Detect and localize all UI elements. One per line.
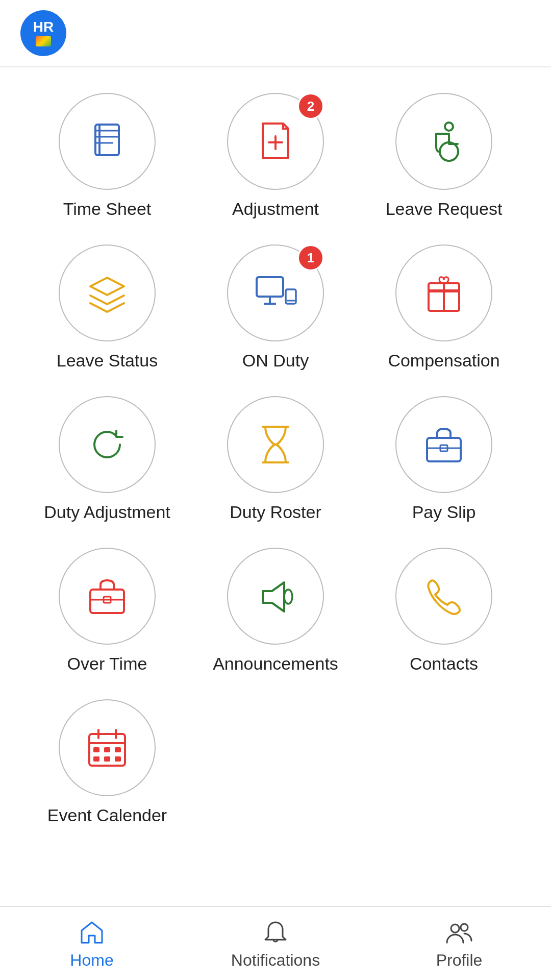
circle-wrap-contacts [395,548,492,645]
grid-item-adjustment[interactable]: 2Adjustment [199,93,352,219]
grid-item-leave-request[interactable]: Leave Request [367,93,520,219]
icon-circle-leave-request [395,93,492,190]
grid-item-duty-roster[interactable]: Duty Roster [199,396,352,522]
logo-text: HR [33,20,54,34]
main-grid: Time Sheet 2Adjustment Leave Request Lea… [0,67,551,906]
icon-circle-over-time [59,548,156,645]
icon-circle-duty-roster [227,396,324,493]
nav-profile[interactable]: Profile [367,907,551,980]
svg-rect-33 [115,747,121,752]
grid-item-duty-adjustment[interactable]: Duty Adjustment [31,396,184,522]
icon-circle-leave-status [59,244,156,341]
grid-item-contacts[interactable]: Contacts [367,548,520,674]
circle-wrap-event-calender [59,699,156,796]
icon-circle-compensation [395,244,492,341]
circle-wrap-time-sheet [59,93,156,190]
circle-wrap-compensation [395,244,492,341]
svg-point-8 [440,142,458,161]
icon-circle-duty-adjustment [59,396,156,493]
circle-wrap-duty-adjustment [59,396,156,493]
svg-point-37 [451,924,459,933]
label-announcements: Announcements [213,654,338,674]
svg-rect-12 [286,289,296,304]
label-adjustment: Adjustment [232,199,319,219]
icon-circle-contacts [395,548,492,645]
grid-item-over-time[interactable]: Over Time [31,548,184,674]
circle-wrap-leave-status [59,244,156,341]
label-leave-status: Leave Status [57,351,158,371]
svg-rect-19 [427,438,461,461]
circle-wrap-duty-roster [227,396,324,493]
label-over-time: Over Time [67,654,147,674]
label-pay-slip: Pay Slip [412,502,476,522]
app-logo: HR [20,10,66,56]
grid-item-compensation[interactable]: Compensation [367,244,520,371]
label-leave-request: Leave Request [386,199,503,219]
icon-circle-announcements [227,548,324,645]
bottom-nav: Home Notifications Profile [0,906,551,980]
circle-wrap-announcements [227,548,324,645]
circle-wrap-adjustment: 2 [227,93,324,190]
grid-item-leave-status[interactable]: Leave Status [31,244,184,371]
svg-point-38 [461,924,468,931]
circle-wrap-pay-slip [395,396,492,493]
svg-rect-31 [93,747,99,752]
grid-item-on-duty[interactable]: 1ON Duty [199,244,352,371]
grid-item-pay-slip[interactable]: Pay Slip [367,396,520,522]
grid-item-event-calender[interactable]: Event Calender [31,699,184,825]
label-event-calender: Event Calender [47,805,167,825]
label-on-duty: ON Duty [242,351,309,371]
badge-on-duty: 1 [297,244,324,271]
icon-circle-event-calender [59,699,156,796]
nav-profile-label: Profile [436,951,483,970]
icon-circle-pay-slip [395,396,492,493]
nav-notifications[interactable]: Notifications [184,907,367,980]
nav-notifications-label: Notifications [231,951,320,970]
nav-home-label: Home [70,951,113,970]
svg-rect-32 [104,747,110,752]
svg-rect-35 [104,756,110,762]
nav-home[interactable]: Home [0,907,184,980]
label-duty-roster: Duty Roster [230,502,321,522]
label-duty-adjustment: Duty Adjustment [44,502,170,522]
svg-rect-9 [257,277,283,297]
svg-rect-34 [93,756,99,762]
grid-item-time-sheet[interactable]: Time Sheet [31,93,184,219]
icon-circle-time-sheet [59,93,156,190]
logo-box-icon [36,36,51,46]
app-header: HR [0,0,551,67]
badge-adjustment: 2 [297,93,324,119]
svg-rect-36 [115,756,121,762]
label-compensation: Compensation [388,351,499,371]
circle-wrap-on-duty: 1 [227,244,324,341]
svg-point-26 [284,590,292,604]
label-contacts: Contacts [410,654,478,674]
svg-rect-22 [90,590,124,613]
circle-wrap-leave-request [395,93,492,190]
grid-item-announcements[interactable]: Announcements [199,548,352,674]
circle-wrap-over-time [59,548,156,645]
svg-point-7 [445,122,453,131]
label-time-sheet: Time Sheet [63,199,152,219]
